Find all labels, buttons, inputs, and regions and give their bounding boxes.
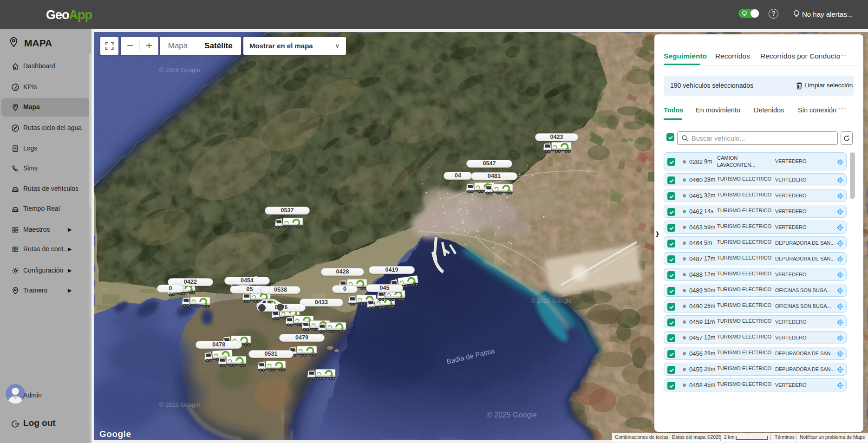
svg-text:© 2025 Google: © 2025 Google [531, 297, 572, 304]
svg-text:© 2025 Google: © 2025 Google [159, 66, 200, 73]
svg-text:© 2025 Google: © 2025 Google [487, 411, 537, 419]
svg-text:© 2025 Google: © 2025 Google [159, 401, 200, 408]
